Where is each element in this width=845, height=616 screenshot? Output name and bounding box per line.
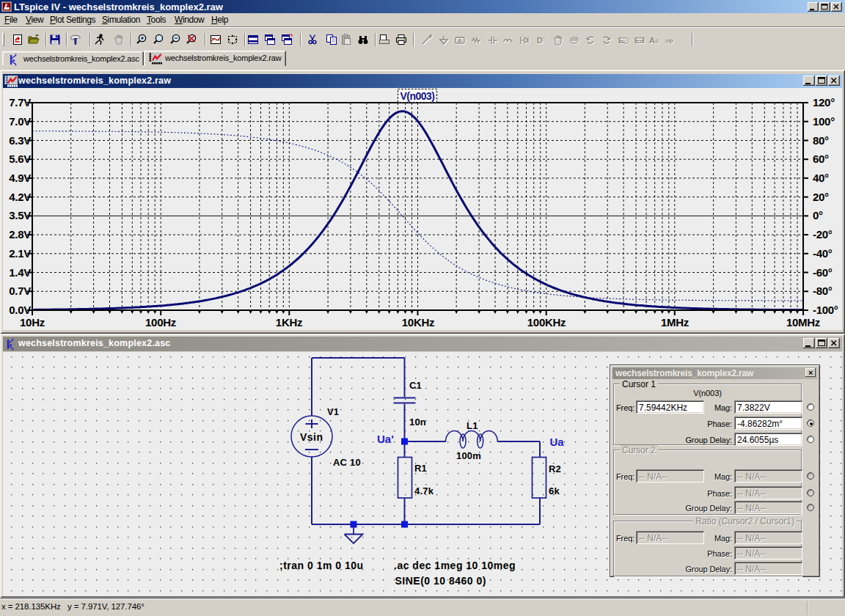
- svg-text:5.6V: 5.6V: [9, 153, 31, 165]
- svg-text:0.7V: 0.7V: [9, 285, 31, 297]
- svg-text:4.7k: 4.7k: [414, 485, 434, 496]
- svg-text:100KHz: 100KHz: [527, 316, 566, 329]
- svg-text:10MHz: 10MHz: [786, 316, 820, 329]
- svg-text:E: E: [618, 36, 623, 45]
- svg-text:2.8V: 2.8V: [9, 228, 31, 241]
- svg-text:Ua: Ua: [550, 436, 565, 448]
- svg-text:Ua': Ua': [377, 433, 394, 445]
- svg-text:SINE(0 10 8460 0): SINE(0 10 8460 0): [395, 575, 486, 587]
- svg-text:E: E: [640, 36, 645, 45]
- svg-text:100m: 100m: [456, 450, 481, 461]
- svg-text:-60°: -60°: [813, 266, 833, 279]
- svg-text:.ac dec 1meg 10 10meg: .ac dec 1meg 10 10meg: [394, 560, 516, 571]
- svg-text:1KHz: 1KHz: [276, 316, 302, 329]
- svg-text:Vsin: Vsin: [300, 431, 323, 443]
- svg-text:A: A: [649, 36, 655, 45]
- svg-text:60°: 60°: [813, 153, 829, 165]
- svg-text:4.2V: 4.2V: [9, 191, 31, 203]
- svg-text:-80°: -80°: [813, 285, 833, 297]
- svg-text:3.5V: 3.5V: [9, 209, 31, 221]
- svg-text:D: D: [537, 36, 543, 45]
- svg-text:0.0V: 0.0V: [9, 304, 31, 316]
- svg-text:100Hz: 100Hz: [145, 316, 176, 329]
- svg-text:10KHz: 10KHz: [402, 316, 434, 329]
- svg-text:L1: L1: [467, 420, 478, 431]
- svg-text:6.3V: 6.3V: [9, 134, 31, 147]
- svg-text:0°: 0°: [813, 209, 823, 221]
- svg-text:80°: 80°: [813, 134, 829, 147]
- svg-text:2.1V: 2.1V: [9, 247, 31, 260]
- svg-text:;tran 0 1m 0 10u: ;tran 0 1m 0 10u: [279, 560, 364, 571]
- svg-text:7.0V: 7.0V: [9, 115, 31, 128]
- svg-text:.op: .op: [665, 37, 673, 44]
- svg-text:E: E: [634, 36, 640, 45]
- svg-text:4.9V: 4.9V: [9, 172, 31, 184]
- svg-text:7.7V: 7.7V: [9, 96, 31, 109]
- svg-text:40°: 40°: [813, 172, 829, 184]
- svg-text:-40°: -40°: [813, 247, 833, 260]
- svg-text:V(n003): V(n003): [400, 90, 434, 102]
- svg-text:-20°: -20°: [813, 228, 833, 241]
- svg-text:100°: 100°: [813, 115, 835, 128]
- svg-text:R1: R1: [414, 463, 427, 474]
- svg-text:AC 10: AC 10: [333, 457, 361, 468]
- svg-text:120°: 120°: [813, 96, 835, 109]
- svg-text:1.4V: 1.4V: [9, 266, 31, 279]
- svg-text:V1: V1: [327, 406, 339, 417]
- svg-text:C1: C1: [409, 380, 422, 391]
- svg-text:10Hz: 10Hz: [20, 316, 45, 329]
- svg-text:R2: R2: [549, 463, 561, 474]
- svg-text:A: A: [458, 37, 462, 44]
- svg-text:20°: 20°: [813, 191, 829, 203]
- svg-text:10n: 10n: [409, 417, 426, 428]
- svg-text:1MHz: 1MHz: [661, 316, 689, 329]
- svg-text:a: a: [655, 37, 659, 45]
- svg-text:6k: 6k: [549, 485, 560, 496]
- svg-text:-100°: -100°: [813, 304, 838, 316]
